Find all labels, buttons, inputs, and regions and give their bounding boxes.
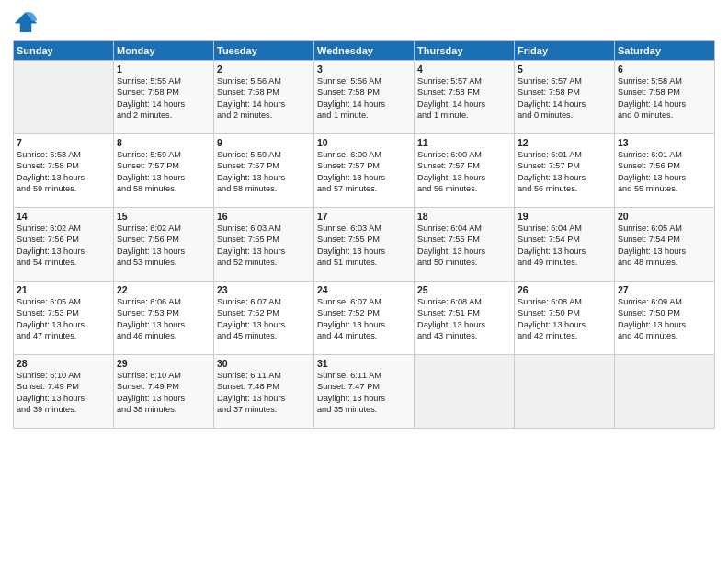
day-number: 28 — [17, 358, 110, 369]
week-row-3: 14Sunrise: 6:02 AM Sunset: 7:56 PM Dayli… — [14, 208, 715, 282]
day-info: Sunrise: 6:09 AM Sunset: 7:50 PM Dayligh… — [618, 296, 711, 342]
day-number: 25 — [417, 284, 511, 295]
day-info: Sunrise: 5:55 AM Sunset: 7:58 PM Dayligh… — [117, 75, 210, 121]
day-info: Sunrise: 6:05 AM Sunset: 7:53 PM Dayligh… — [17, 296, 110, 342]
day-number: 5 — [518, 63, 611, 75]
calendar-cell: 14Sunrise: 6:02 AM Sunset: 7:56 PM Dayli… — [14, 208, 114, 282]
col-header-saturday: Saturday — [615, 41, 715, 61]
day-info: Sunrise: 5:59 AM Sunset: 7:57 PM Dayligh… — [217, 149, 311, 195]
day-number: 1 — [117, 63, 210, 75]
day-number: 8 — [117, 137, 210, 148]
calendar-cell: 31Sunrise: 6:11 AM Sunset: 7:47 PM Dayli… — [314, 355, 415, 429]
day-info: Sunrise: 6:04 AM Sunset: 7:54 PM Dayligh… — [518, 223, 611, 269]
calendar-table: SundayMondayTuesdayWednesdayThursdayFrid… — [13, 40, 715, 429]
day-info: Sunrise: 6:07 AM Sunset: 7:52 PM Dayligh… — [217, 296, 311, 342]
day-number: 3 — [317, 63, 411, 75]
col-header-tuesday: Tuesday — [214, 41, 314, 61]
day-number: 14 — [17, 211, 110, 222]
day-info: Sunrise: 5:58 AM Sunset: 7:58 PM Dayligh… — [618, 75, 711, 121]
calendar-cell: 6Sunrise: 5:58 AM Sunset: 7:58 PM Daylig… — [615, 61, 715, 134]
calendar-cell: 15Sunrise: 6:02 AM Sunset: 7:56 PM Dayli… — [114, 208, 214, 282]
day-info: Sunrise: 5:58 AM Sunset: 7:58 PM Dayligh… — [17, 149, 110, 195]
calendar-cell: 12Sunrise: 6:01 AM Sunset: 7:57 PM Dayli… — [515, 134, 615, 208]
day-info: Sunrise: 6:02 AM Sunset: 7:56 PM Dayligh… — [117, 223, 210, 269]
day-number: 27 — [618, 284, 711, 295]
day-info: Sunrise: 6:11 AM Sunset: 7:47 PM Dayligh… — [317, 370, 411, 416]
calendar-cell: 18Sunrise: 6:04 AM Sunset: 7:55 PM Dayli… — [415, 208, 515, 282]
day-info: Sunrise: 6:10 AM Sunset: 7:49 PM Dayligh… — [17, 370, 110, 416]
week-row-4: 21Sunrise: 6:05 AM Sunset: 7:53 PM Dayli… — [14, 282, 715, 355]
calendar-cell: 19Sunrise: 6:04 AM Sunset: 7:54 PM Dayli… — [515, 208, 615, 282]
calendar-cell: 29Sunrise: 6:10 AM Sunset: 7:49 PM Dayli… — [114, 355, 214, 429]
day-number: 22 — [117, 284, 210, 295]
day-number: 20 — [618, 211, 711, 222]
day-number: 16 — [217, 211, 311, 222]
col-header-sunday: Sunday — [14, 41, 114, 61]
day-info: Sunrise: 6:08 AM Sunset: 7:50 PM Dayligh… — [518, 296, 611, 342]
day-number: 12 — [518, 137, 611, 148]
week-row-5: 28Sunrise: 6:10 AM Sunset: 7:49 PM Dayli… — [14, 355, 715, 429]
day-info: Sunrise: 5:57 AM Sunset: 7:58 PM Dayligh… — [417, 75, 511, 121]
day-info: Sunrise: 5:56 AM Sunset: 7:58 PM Dayligh… — [217, 75, 311, 121]
day-number: 24 — [317, 284, 411, 295]
calendar-cell: 23Sunrise: 6:07 AM Sunset: 7:52 PM Dayli… — [214, 282, 314, 355]
day-number: 13 — [618, 137, 711, 148]
calendar-cell: 13Sunrise: 6:01 AM Sunset: 7:56 PM Dayli… — [615, 134, 715, 208]
day-number: 9 — [217, 137, 311, 148]
calendar-cell — [515, 355, 615, 429]
col-header-wednesday: Wednesday — [314, 41, 415, 61]
calendar-cell: 28Sunrise: 6:10 AM Sunset: 7:49 PM Dayli… — [14, 355, 114, 429]
day-number: 18 — [417, 211, 511, 222]
day-number: 10 — [317, 137, 411, 148]
logo — [13, 9, 42, 35]
logo-icon — [13, 9, 39, 35]
col-header-friday: Friday — [515, 41, 615, 61]
calendar-cell — [615, 355, 715, 429]
calendar-cell: 30Sunrise: 6:11 AM Sunset: 7:48 PM Dayli… — [214, 355, 314, 429]
day-number: 30 — [217, 358, 311, 369]
day-info: Sunrise: 6:04 AM Sunset: 7:55 PM Dayligh… — [417, 223, 511, 269]
day-number: 21 — [17, 284, 110, 295]
calendar-cell: 10Sunrise: 6:00 AM Sunset: 7:57 PM Dayli… — [314, 134, 415, 208]
day-info: Sunrise: 5:59 AM Sunset: 7:57 PM Dayligh… — [117, 149, 210, 195]
day-number: 23 — [217, 284, 311, 295]
day-info: Sunrise: 6:08 AM Sunset: 7:51 PM Dayligh… — [417, 296, 511, 342]
day-info: Sunrise: 6:10 AM Sunset: 7:49 PM Dayligh… — [117, 370, 210, 416]
calendar-cell: 8Sunrise: 5:59 AM Sunset: 7:57 PM Daylig… — [114, 134, 214, 208]
day-info: Sunrise: 5:57 AM Sunset: 7:58 PM Dayligh… — [518, 75, 611, 121]
day-number: 26 — [518, 284, 611, 295]
day-number: 4 — [417, 63, 511, 75]
week-row-1: 1Sunrise: 5:55 AM Sunset: 7:58 PM Daylig… — [14, 61, 715, 134]
day-number: 19 — [518, 211, 611, 222]
calendar-cell: 26Sunrise: 6:08 AM Sunset: 7:50 PM Dayli… — [515, 282, 615, 355]
col-header-monday: Monday — [114, 41, 214, 61]
day-info: Sunrise: 6:00 AM Sunset: 7:57 PM Dayligh… — [317, 149, 411, 195]
calendar-cell: 24Sunrise: 6:07 AM Sunset: 7:52 PM Dayli… — [314, 282, 415, 355]
day-info: Sunrise: 6:01 AM Sunset: 7:56 PM Dayligh… — [618, 149, 711, 195]
week-row-2: 7Sunrise: 5:58 AM Sunset: 7:58 PM Daylig… — [14, 134, 715, 208]
calendar-cell — [415, 355, 515, 429]
calendar-cell: 9Sunrise: 5:59 AM Sunset: 7:57 PM Daylig… — [214, 134, 314, 208]
calendar-cell: 22Sunrise: 6:06 AM Sunset: 7:53 PM Dayli… — [114, 282, 214, 355]
day-number: 11 — [417, 137, 511, 148]
day-info: Sunrise: 6:07 AM Sunset: 7:52 PM Dayligh… — [317, 296, 411, 342]
day-info: Sunrise: 6:00 AM Sunset: 7:57 PM Dayligh… — [417, 149, 511, 195]
calendar-cell: 7Sunrise: 5:58 AM Sunset: 7:58 PM Daylig… — [14, 134, 114, 208]
day-number: 6 — [618, 63, 711, 75]
day-number: 17 — [317, 211, 411, 222]
day-number: 15 — [117, 211, 210, 222]
calendar-cell: 21Sunrise: 6:05 AM Sunset: 7:53 PM Dayli… — [14, 282, 114, 355]
day-number: 31 — [317, 358, 411, 369]
day-info: Sunrise: 6:03 AM Sunset: 7:55 PM Dayligh… — [317, 223, 411, 269]
day-info: Sunrise: 6:06 AM Sunset: 7:53 PM Dayligh… — [117, 296, 210, 342]
calendar-cell: 1Sunrise: 5:55 AM Sunset: 7:58 PM Daylig… — [114, 61, 214, 134]
day-number: 29 — [117, 358, 210, 369]
day-info: Sunrise: 6:02 AM Sunset: 7:56 PM Dayligh… — [17, 223, 110, 269]
calendar-cell: 3Sunrise: 5:56 AM Sunset: 7:58 PM Daylig… — [314, 61, 415, 134]
calendar-cell: 20Sunrise: 6:05 AM Sunset: 7:54 PM Dayli… — [615, 208, 715, 282]
calendar-cell: 2Sunrise: 5:56 AM Sunset: 7:58 PM Daylig… — [214, 61, 314, 134]
day-info: Sunrise: 6:01 AM Sunset: 7:57 PM Dayligh… — [518, 149, 611, 195]
calendar-cell: 11Sunrise: 6:00 AM Sunset: 7:57 PM Dayli… — [415, 134, 515, 208]
col-header-thursday: Thursday — [415, 41, 515, 61]
calendar-cell: 16Sunrise: 6:03 AM Sunset: 7:55 PM Dayli… — [214, 208, 314, 282]
